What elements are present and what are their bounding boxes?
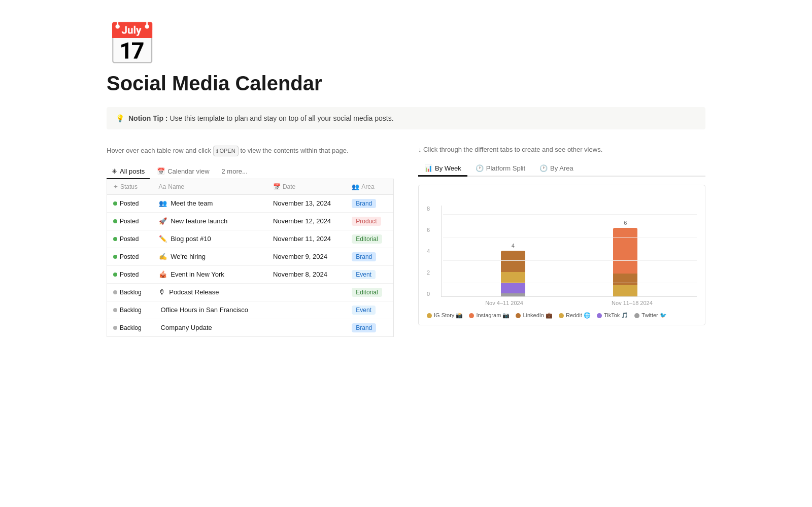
chart-tab-by-area[interactable]: 🕐 By Area [533,161,580,177]
status-dot [113,255,117,259]
tab-more[interactable]: 2 more... [217,164,253,179]
row-icon: ✍️ [159,253,167,260]
row-icon: 🎙 [159,288,165,296]
table-row[interactable]: Posted 🎪 Event in New York November 8, 2… [107,265,393,283]
bar-chart-icon: 📊 [424,164,432,172]
table-row[interactable]: Backlog Office Hours in San Francisco Ev… [107,301,393,319]
col-name: AaName [153,179,267,195]
chart-tab-by-week-label: By Week [435,164,461,172]
area-tag: Brand [352,323,376,332]
row-name: Company Update [161,324,212,331]
status-label: Backlog [120,289,142,296]
row-name: We're hiring [171,253,206,260]
col-status: ✦Status [107,179,153,195]
legend-reddit: Reddit 🌐 [559,312,591,319]
legend-dot-ig-story [427,313,432,318]
open-badge-icon: ℹ [216,147,218,155]
cell-name: Office Hours in San Francisco [153,301,267,319]
tab-all-posts[interactable]: ✳ All posts [107,164,150,179]
table-row[interactable]: Posted 👥 Meet the team November 13, 2024… [107,194,393,212]
legend-dot-tiktok [597,313,602,318]
cell-date: November 13, 2024 [267,194,346,212]
y-label-8: 8 [427,206,441,212]
table-header-row: ✦Status AaName 📅Date 👥Area [107,179,393,195]
tab-calendar-view[interactable]: 📅 Calendar view [152,164,214,179]
status-label: Posted [120,200,139,207]
cell-area: Brand [346,194,393,212]
legend-label-linkedin: LinkedIn 💼 [523,312,553,319]
y-label-6: 6 [427,227,441,233]
row-icon: ✏️ [159,235,167,243]
area-tag: Editorial [352,288,382,297]
cell-date [267,319,346,336]
chart-wrapper: 0 2 4 6 8 4 [427,195,697,306]
row-icon: 🚀 [159,217,167,225]
bar-linkedin-1 [501,251,525,272]
chart-tabs-row: 📊 By Week 🕐 Platform Split 🕐 By Area [418,161,705,177]
cell-name: 🚀 New feature launch [153,212,267,230]
y-label-4: 4 [427,248,441,254]
legend-linkedin: LinkedIn 💼 [516,312,553,319]
x-label-1: Nov 4–11 2024 [485,300,523,306]
cell-area: Editorial [346,283,393,301]
legend-label-instagram: Instagram 📷 [476,312,510,319]
row-icon: 🎪 [159,271,167,278]
tip-bold: Notion Tip : [128,114,168,122]
cell-area: Event [346,265,393,283]
bars-area: 4 [441,206,697,297]
cell-name: ✏️ Blog post #10 [153,230,267,248]
table-row[interactable]: Backlog Company Update Brand [107,319,393,336]
cell-name: 🎙 Podcast Release [153,283,267,301]
table-row[interactable]: Posted ✍️ We're hiring November 9, 2024 … [107,248,393,265]
right-panel: ↓ Click through the different tabs to cr… [418,146,705,337]
status-label: Posted [120,235,139,243]
cell-status: Posted [107,248,153,265]
legend-dot-twitter [634,313,639,318]
status-dot [113,237,117,241]
status-label: Posted [120,253,139,260]
cell-date: November 11, 2024 [267,230,346,248]
cell-area: Brand [346,248,393,265]
y-axis: 0 2 4 6 8 [427,206,441,297]
tip-box: 💡 Notion Tip : Use this template to plan… [107,107,705,129]
chart-area: 0 2 4 6 8 4 [418,185,705,325]
table-row[interactable]: Posted 🚀 New feature launch November 12,… [107,212,393,230]
bar-reddit-1 [501,272,525,283]
status-dot [113,290,117,294]
status-dot [113,201,117,206]
cell-area: Product [346,212,393,230]
table-row[interactable]: Backlog 🎙 Podcast Release Editorial [107,283,393,301]
area-tag: Brand [352,252,376,261]
cell-name: Company Update [153,319,267,336]
chart-inner: 0 2 4 6 8 4 [427,195,697,297]
table-tabs-row: ✳ All posts 📅 Calendar view 2 more... [107,164,394,179]
x-axis: Nov 4–11 2024 Nov 11–18 2024 [441,300,697,306]
chart-tab-platform-split[interactable]: 🕐 Platform Split [469,161,531,177]
area-tag: Event [352,306,376,315]
cell-status: Backlog [107,319,153,336]
page-container: 📅 Social Media Calendar 💡 Notion Tip : U… [76,0,736,357]
chart-tab-platform-split-label: Platform Split [486,164,525,172]
row-name: New feature launch [171,217,227,225]
area-tag: Event [352,270,376,279]
status-label: Posted [120,218,139,225]
cell-name: ✍️ We're hiring [153,248,267,265]
chart-tab-by-week[interactable]: 📊 By Week [418,161,467,177]
page-icon: 📅 [107,20,705,68]
bar-label-total-1: 4 [512,243,515,249]
clock-icon-1: 🕐 [476,164,484,172]
y-label-0: 0 [427,291,441,297]
legend-label-tiktok: TikTok 🎵 [604,312,628,319]
cell-area: Event [346,301,393,319]
status-dot [113,219,117,223]
status-label: Backlog [120,324,142,331]
row-name: Blog post #10 [171,235,211,243]
bar-label-total-2: 6 [624,220,627,226]
legend-tiktok: TikTok 🎵 [597,312,628,319]
y-label-2: 2 [427,269,441,276]
table-row[interactable]: Posted ✏️ Blog post #10 November 11, 202… [107,230,393,248]
row-name: Meet the team [171,199,213,207]
legend-instagram: Instagram 📷 [469,312,510,319]
open-badge: ℹ OPEN [213,146,239,156]
cell-date [267,283,346,301]
